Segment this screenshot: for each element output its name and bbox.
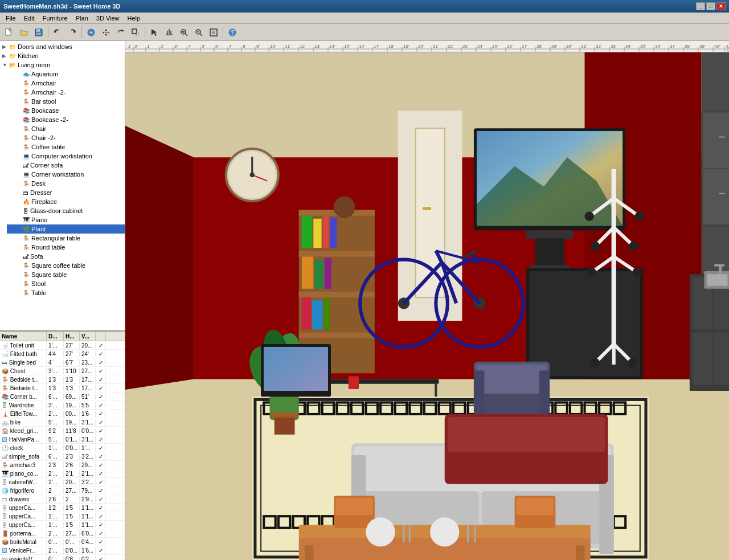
- list-item-visible[interactable]: ✓: [96, 385, 106, 391]
- list-item-visible[interactable]: ✓: [96, 394, 106, 400]
- col-depth[interactable]: D...: [47, 332, 64, 341]
- list-row[interactable]: 🎹 piano_co... 2'... 2'1 2'1... ✓: [0, 469, 125, 478]
- list-item-visible[interactable]: ✓: [96, 479, 106, 485]
- list-row[interactable]: 🚽 Toilet unit 1'... 27' 20... ✓: [0, 341, 125, 350]
- zoom-in-btn[interactable]: [177, 26, 191, 39]
- list-row[interactable]: 🗄 cabinetW... 2'... 20... 3'2... ✓: [0, 478, 125, 487]
- tree-item-corner-workstation[interactable]: 💻 Corner workstation: [7, 170, 125, 179]
- select-tool[interactable]: [148, 26, 161, 39]
- tree-view[interactable]: ▶ 📁 Doors and windows ▶ 📁 Kitchen ▼ 📂 Li…: [0, 41, 125, 330]
- resize-button[interactable]: [129, 26, 142, 39]
- redo-button[interactable]: [65, 26, 79, 39]
- list-item-visible[interactable]: ✓: [96, 496, 106, 502]
- list-row[interactable]: 🛁 Fitted bath 4'4 27' 24' ✓: [0, 350, 125, 358]
- list-row[interactable]: 🪑 Bedside t... 1'3 1'3 17... ✓: [0, 375, 125, 384]
- tree-item-rect-table[interactable]: 🪑 Rectangular table: [7, 234, 125, 243]
- col-name[interactable]: Name: [0, 332, 47, 341]
- help-button[interactable]: ?: [226, 26, 239, 39]
- maximize-button[interactable]: □: [706, 2, 715, 10]
- tree-item-table[interactable]: 🪑 Table: [7, 288, 125, 297]
- list-row[interactable]: 🚪 portema... 2'... 27... 6'0... ✓: [0, 529, 125, 538]
- list-item-visible[interactable]: ✓: [96, 539, 106, 545]
- list-item-visible[interactable]: ✓: [96, 453, 106, 460]
- list-row[interactable]: 🗄 Wardrobe 3'... 19... 5'5 ✓: [0, 401, 125, 410]
- list-item-visible[interactable]: ✓: [96, 513, 106, 520]
- list-item-visible[interactable]: ✓: [96, 505, 106, 511]
- list-row[interactable]: 🗼 EiffelTow... 2'... 00... 1'6 ✓: [0, 410, 125, 418]
- list-item-visible[interactable]: ✓: [96, 445, 106, 451]
- tree-item-living[interactable]: ▼ 📂 Living room: [0, 60, 125, 70]
- list-row[interactable]: 📚 Corner b... 6'... 69... 51' ✓: [0, 393, 125, 401]
- list-item-visible[interactable]: ✓: [96, 351, 106, 357]
- tree-item-corner-sofa[interactable]: 🛋 Corner sofa: [7, 161, 125, 170]
- tree-item-barstool[interactable]: 🪑 Bar stool: [7, 97, 125, 106]
- menu-3dview[interactable]: 3D View: [93, 14, 123, 23]
- list-row[interactable]: 🪑 armchair3 2'3 2'6 29... ✓: [0, 461, 125, 469]
- list-row[interactable]: 🍽 assietteV... 0'... 0'8 0'2... ✓: [0, 555, 125, 560]
- tree-item-round-table[interactable]: 🪑 Round table: [7, 243, 125, 252]
- list-row[interactable]: 🗄 upperCa... 1'... 1'5 1'1... ✓: [0, 512, 125, 521]
- add-furniture-button[interactable]: +: [84, 26, 98, 39]
- menu-furniture[interactable]: Furniture: [39, 14, 71, 23]
- tree-item-armchair2[interactable]: 🪑 Armchair -2-: [7, 88, 125, 97]
- col-value[interactable]: V...: [80, 332, 96, 341]
- list-item-visible[interactable]: ✓: [96, 530, 106, 537]
- list-item-visible[interactable]: ✓: [96, 411, 106, 417]
- tree-item-fireplace[interactable]: 🔥 Fireplace: [7, 197, 125, 206]
- tree-item-glass-cabinet[interactable]: 🗄 Glass-door cabinet: [7, 206, 125, 215]
- tree-item-dresser[interactable]: 🗃 Dresser: [7, 188, 125, 197]
- zoom-fit[interactable]: [207, 26, 220, 39]
- minimize-button[interactable]: _: [696, 2, 705, 10]
- list-row[interactable]: 🖼 HaiVanPa... 5'... 0'1... 3'1... ✓: [0, 435, 125, 444]
- list-item-visible[interactable]: ✓: [96, 488, 106, 494]
- list-item-visible[interactable]: ✓: [96, 436, 106, 443]
- list-item-visible[interactable]: ✓: [96, 547, 106, 554]
- list-item-visible[interactable]: ✓: [96, 368, 106, 374]
- list-row[interactable]: 🧊 frigorifero 2 27... 79... ✓: [0, 487, 125, 495]
- menu-file[interactable]: File: [2, 14, 19, 23]
- tree-item-doors[interactable]: ▶ 📁 Doors and windows: [0, 42, 125, 51]
- view-3d[interactable]: [125, 52, 729, 560]
- tree-item-bookcase2[interactable]: 📚 Bookcase -2-: [7, 115, 125, 124]
- list-item-visible[interactable]: ✓: [96, 359, 106, 366]
- open-button[interactable]: [17, 26, 31, 39]
- tree-item-desk[interactable]: 🪑 Desk: [7, 179, 125, 188]
- list-row[interactable]: 🗄 upperCa... 1'2 1'5 1'1... ✓: [0, 504, 125, 512]
- list-item-visible[interactable]: ✓: [96, 462, 106, 468]
- tree-item-chair2[interactable]: 🪑 Chair -2-: [7, 133, 125, 142]
- tree-item-sq-coffee[interactable]: 🪑 Square coffee table: [7, 261, 125, 270]
- tree-item-armchair[interactable]: 🪑 Armchair: [7, 79, 125, 88]
- tree-item-kitchen[interactable]: ▶ 📁 Kitchen: [0, 51, 125, 60]
- tree-item-piano[interactable]: 🎹 Piano: [7, 215, 125, 224]
- rotate-button[interactable]: [114, 26, 128, 39]
- list-row[interactable]: 🛏 Single bed 4' 6'7 23... ✓: [0, 358, 125, 367]
- list-body[interactable]: 🚽 Toilet unit 1'... 27' 20... ✓ 🛁 Fitted…: [0, 341, 125, 560]
- col-height[interactable]: H...: [64, 332, 80, 341]
- list-item-visible[interactable]: ✓: [96, 428, 106, 434]
- list-row[interactable]: 🕐 clock 1'... 0'0... 1'... ✓: [0, 444, 125, 452]
- menu-edit[interactable]: Edit: [21, 14, 38, 23]
- undo-button[interactable]: [51, 26, 64, 39]
- tree-item-computer[interactable]: 💻 Computer workstation: [7, 152, 125, 161]
- tree-item-sofa[interactable]: 🛋 Sofa: [7, 252, 125, 261]
- list-row[interactable]: 🪑 Bedside t... 1'3 1'3 17... ✓: [0, 384, 125, 393]
- list-item-visible[interactable]: ✓: [96, 522, 106, 528]
- list-row[interactable]: 🚲 bike 5'... 19... 3'1... ✓: [0, 418, 125, 427]
- close-button[interactable]: ✕: [716, 2, 726, 10]
- list-item-visible[interactable]: ✓: [96, 556, 106, 561]
- save-button[interactable]: [32, 26, 46, 39]
- menu-help[interactable]: Help: [124, 14, 144, 23]
- list-item-visible[interactable]: ✓: [96, 471, 106, 477]
- tree-item-chair[interactable]: 🪑 Chair: [7, 124, 125, 133]
- zoom-out-btn[interactable]: [192, 26, 206, 39]
- tree-item-plant[interactable]: 🌿 Plant: [7, 224, 125, 234]
- list-row[interactable]: 🏠 kleed_gri... 9'2 11'8 0'0... ✓: [0, 427, 125, 435]
- list-row[interactable]: 🖼 VeniceFr... 2'... 0'0... 1'6... ✓: [0, 546, 125, 555]
- list-item-visible[interactable]: ✓: [96, 419, 106, 426]
- menu-plan[interactable]: Plan: [72, 14, 92, 23]
- list-row[interactable]: 🗃 drawers 2'6 2 2'9... ✓: [0, 495, 125, 504]
- list-row[interactable]: 🗄 upperCa... 1'... 1'5 1'1... ✓: [0, 521, 125, 529]
- list-item-visible[interactable]: ✓: [96, 342, 106, 349]
- list-row[interactable]: 📦 boiteMetal 0'... 0'... 0'4... ✓: [0, 538, 125, 546]
- move-button[interactable]: [99, 26, 113, 39]
